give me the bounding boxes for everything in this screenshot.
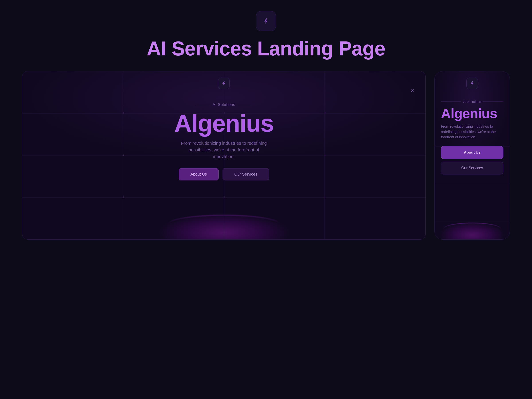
desktop-planet-arc bbox=[168, 215, 279, 233]
mobile-brand-subtitle: From revolutionizing industries to redef… bbox=[441, 124, 503, 140]
desktop-lightning-icon bbox=[222, 81, 226, 86]
mobile-mockup: + + + + AI Solutions Algenius From revol… bbox=[434, 71, 510, 240]
desktop-ai-solutions-text: AI Solutions bbox=[213, 102, 235, 107]
desktop-logo-icon bbox=[218, 78, 230, 89]
header-area: AI Services Landing Page bbox=[147, 11, 385, 60]
mobile-ai-solutions-text: AI Solutions bbox=[463, 100, 481, 103]
mobile-logo-icon bbox=[466, 78, 478, 89]
mobile-planet-arc bbox=[443, 223, 501, 235]
mobile-ai-label: AI Solutions bbox=[441, 100, 503, 103]
mobile-brand-title: Algenius bbox=[441, 107, 497, 120]
mobile-about-button[interactable]: About Us bbox=[441, 146, 503, 159]
mockups-container: + + + + + + + + + AI Solutions bbox=[22, 71, 510, 240]
mobile-lightning-icon bbox=[470, 81, 475, 86]
label-line-right bbox=[238, 105, 251, 105]
mobile-services-button[interactable]: Our Services bbox=[441, 162, 503, 174]
svg-text:+: + bbox=[507, 183, 509, 185]
svg-text:+: + bbox=[223, 196, 226, 198]
mobile-content: AI Solutions Algenius From revolutionizi… bbox=[435, 71, 510, 174]
svg-text:+: + bbox=[122, 196, 125, 198]
svg-text:+: + bbox=[435, 183, 436, 185]
desktop-brand-subtitle: From revolutionizing industries to redef… bbox=[180, 140, 268, 160]
label-line-left bbox=[197, 105, 210, 105]
mobile-label-line-right bbox=[483, 101, 503, 102]
desktop-cta-buttons: About Us Our Services bbox=[179, 168, 269, 180]
desktop-ai-label: AI Solutions bbox=[197, 102, 251, 107]
svg-text:+: + bbox=[324, 196, 326, 198]
desktop-about-button[interactable]: About Us bbox=[179, 168, 219, 180]
desktop-brand-title: Algenius bbox=[174, 111, 274, 135]
lightning-icon bbox=[263, 18, 269, 24]
mobile-label-line-left bbox=[441, 101, 461, 102]
desktop-content: AI Solutions ✕ Algenius From revolutioni… bbox=[22, 71, 425, 180]
top-logo-icon bbox=[256, 11, 276, 31]
page-title: AI Services Landing Page bbox=[147, 37, 385, 60]
close-button[interactable]: ✕ bbox=[410, 88, 414, 94]
desktop-services-button[interactable]: Our Services bbox=[222, 168, 269, 180]
desktop-mockup: + + + + + + + + + AI Solutions bbox=[22, 71, 426, 240]
